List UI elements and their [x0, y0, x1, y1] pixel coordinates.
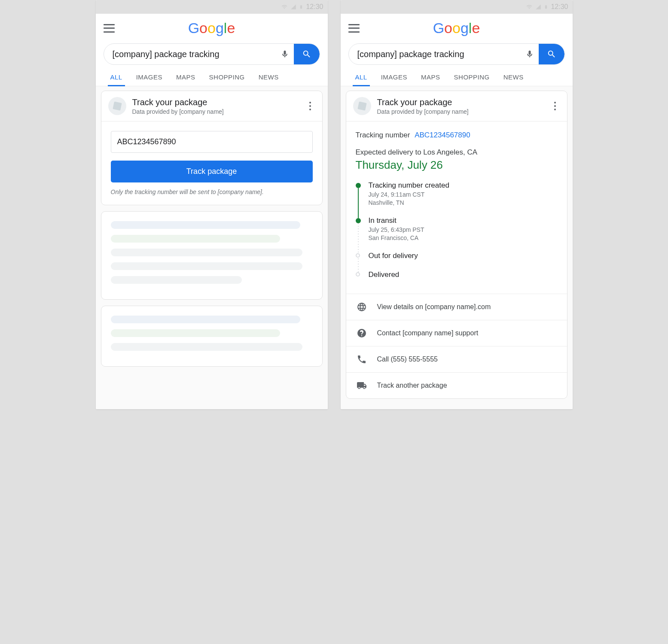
timeline-title: Tracking number created: [369, 181, 558, 190]
card-overflow-icon[interactable]: [305, 102, 315, 110]
track-package-button[interactable]: Track package: [111, 161, 313, 182]
search-input[interactable]: [357, 49, 521, 59]
card-subtitle: Data provided by [company name]: [377, 108, 544, 115]
search-button[interactable]: [539, 43, 564, 65]
globe-icon: [356, 302, 368, 312]
tab-images[interactable]: IMAGES: [374, 69, 414, 86]
action-label: Track another package: [377, 382, 447, 389]
tab-all[interactable]: ALL: [348, 69, 374, 86]
status-time: 12:30: [306, 3, 323, 11]
timeline-dot-pending-icon: [356, 272, 360, 276]
search-button[interactable]: [294, 43, 320, 65]
tracking-number-link[interactable]: ABC1234567890: [415, 131, 470, 139]
timeline-item: Delivered: [369, 270, 558, 289]
tracking-number-label: Tracking number: [356, 131, 410, 139]
company-favicon: [108, 97, 126, 115]
battery-icon: [299, 3, 303, 10]
expected-delivery-date: Thursday, July 26: [356, 158, 558, 172]
timeline-location: San Francisco, CA: [369, 234, 558, 241]
voice-search-icon[interactable]: [276, 49, 294, 59]
disclaimer-text: Only the tracking number will be sent to…: [111, 188, 313, 195]
tab-shopping[interactable]: SHOPPING: [447, 69, 497, 86]
timeline-dot-done-icon: [356, 183, 361, 188]
search-tabs: ALL IMAGES MAPS SHOPPING NEWS: [341, 69, 573, 86]
timeline-item: Tracking number created July 24, 9:11am …: [369, 181, 558, 216]
card-title: Track your package: [377, 97, 544, 107]
signal-icon: [290, 4, 296, 10]
track-package-card: Track your package Data provided by [com…: [101, 91, 323, 205]
action-label: Contact [company name] support: [377, 329, 479, 337]
status-bar: 12:30: [96, 0, 328, 14]
action-call[interactable]: Call (555) 555-5555: [346, 346, 567, 372]
timeline-time: July 24, 9:11am CST: [369, 191, 558, 198]
wifi-icon: [526, 4, 533, 10]
action-label: View details on [company name].com: [377, 303, 491, 311]
status-bar: 12:30: [341, 0, 573, 14]
expected-delivery-label: Expected delivery to Los Angeles, CA: [356, 148, 558, 157]
phone-icon: [356, 354, 368, 365]
action-label: Call (555) 555-5555: [377, 355, 438, 363]
status-time: 12:30: [551, 3, 568, 11]
timeline-title: Delivered: [369, 270, 558, 279]
company-favicon: [353, 97, 371, 115]
tracking-number-row: Tracking number ABC1234567890: [356, 131, 558, 140]
placeholder-result-2: [101, 306, 323, 367]
tab-all[interactable]: ALL: [104, 69, 129, 86]
tab-news[interactable]: NEWS: [497, 69, 531, 86]
timeline-item: Out for delivery: [369, 252, 558, 270]
action-track-another[interactable]: Track another package: [346, 372, 567, 398]
tab-shopping[interactable]: SHOPPING: [202, 69, 252, 86]
timeline-location: Nashville, TN: [369, 199, 558, 206]
timeline-dot-pending-icon: [356, 253, 360, 258]
action-view-details[interactable]: View details on [company name].com: [346, 294, 567, 320]
search-input[interactable]: [113, 49, 276, 59]
action-contact-support[interactable]: Contact [company name] support: [346, 320, 567, 346]
placeholder-result-1: [101, 211, 323, 300]
app-header: Google: [341, 14, 573, 41]
timeline-title: Out for delivery: [369, 252, 558, 260]
google-logo: Google: [104, 20, 320, 36]
tracking-result-card: Track your package Data provided by [com…: [346, 91, 567, 399]
search-bar: [341, 41, 573, 69]
timeline-item: In transit July 25, 6:43pm PST San Franc…: [369, 216, 558, 252]
wifi-icon: [281, 4, 288, 10]
tab-maps[interactable]: MAPS: [169, 69, 202, 86]
search-bar: [96, 41, 328, 69]
app-header: Google: [96, 14, 328, 41]
tab-images[interactable]: IMAGES: [129, 69, 169, 86]
help-icon: [356, 328, 368, 338]
truck-icon: [356, 380, 368, 391]
card-subtitle: Data provided by [company name]: [132, 108, 299, 115]
signal-icon: [535, 4, 541, 10]
voice-search-icon[interactable]: [521, 49, 539, 59]
timeline-title: In transit: [369, 216, 558, 225]
tab-maps[interactable]: MAPS: [414, 69, 447, 86]
google-logo: Google: [348, 20, 565, 36]
phone-right: 12:30 Google ALL IMAGES MAPS SHOP: [341, 0, 573, 409]
timeline-time: July 25, 6:43pm PST: [369, 226, 558, 233]
battery-icon: [544, 3, 548, 10]
card-overflow-icon[interactable]: [550, 102, 560, 110]
phone-left: 12:30 Google ALL IMAGES MAPS SHOP: [96, 0, 328, 409]
card-title: Track your package: [132, 97, 299, 107]
timeline-dot-done-icon: [356, 218, 361, 223]
search-tabs: ALL IMAGES MAPS SHOPPING NEWS: [96, 69, 328, 86]
tracking-timeline: Tracking number created July 24, 9:11am …: [356, 181, 558, 289]
tracking-number-input[interactable]: [111, 131, 313, 153]
tab-news[interactable]: NEWS: [252, 69, 286, 86]
